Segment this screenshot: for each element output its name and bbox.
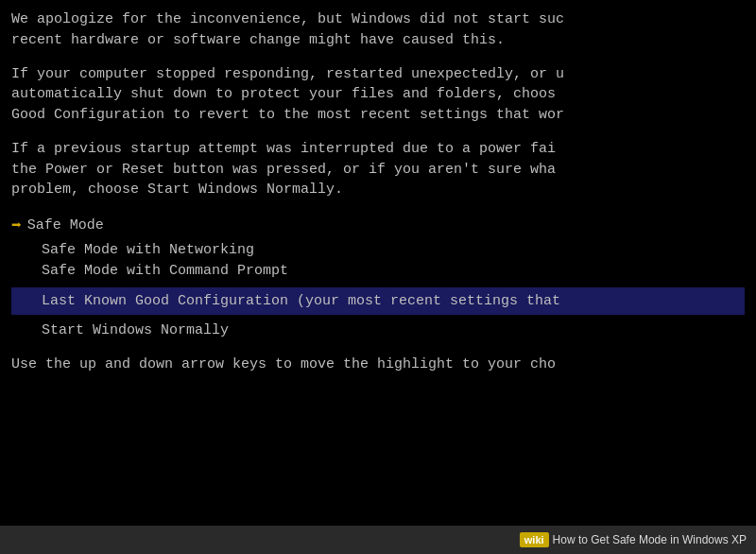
para1-line2: recent hardware or software change might… — [11, 30, 745, 51]
hint-text: Use the up and down arrow keys to move t… — [11, 356, 556, 372]
navigation-hint: Use the up and down arrow keys to move t… — [11, 355, 745, 375]
safe-mode-command-label: Safe Mode with Command Prompt — [42, 263, 288, 279]
para2-line2: automatically shut down to protect your … — [11, 84, 745, 105]
para2-line3: Good Configuration to revert to the most… — [11, 105, 745, 126]
para3-line1: If a previous startup attempt was interr… — [11, 139, 745, 160]
start-normally-option[interactable]: Start Windows Normally — [11, 320, 745, 341]
footer-bar: wiki How to Get Safe Mode in Windows XP — [0, 526, 756, 554]
para2-line1: If your computer stopped responding, res… — [11, 64, 745, 85]
bsod-screen: We apologize for the inconvenience, but … — [0, 0, 756, 526]
boot-menu[interactable]: ➡ Safe Mode Safe Mode with Networking Sa… — [11, 214, 745, 341]
safe-mode-networking-option[interactable]: Safe Mode with Networking — [11, 240, 745, 261]
power-paragraph: If a previous startup attempt was interr… — [11, 139, 745, 200]
instructions-paragraph: If your computer stopped responding, res… — [11, 64, 745, 126]
start-normally-label: Start Windows Normally — [42, 322, 229, 338]
last-known-good-label: Last Known Good Configuration (your most… — [42, 293, 560, 309]
safe-mode-option[interactable]: ➡ Safe Mode — [11, 214, 745, 240]
para3-line3: problem, choose Start Windows Normally. — [11, 180, 745, 200]
safe-mode-command-option[interactable]: Safe Mode with Command Prompt — [11, 261, 745, 282]
wiki-attribution: wiki How to Get Safe Mode in Windows XP — [520, 532, 747, 547]
para3-line2: the Power or Reset button was pressed, o… — [11, 160, 745, 181]
apology-paragraph: We apologize for the inconvenience, but … — [11, 9, 745, 51]
wiki-badge: wiki — [520, 532, 549, 547]
last-known-good-option[interactable]: Last Known Good Configuration (your most… — [11, 287, 745, 316]
para1-line1: We apologize for the inconvenience, but … — [11, 9, 745, 30]
safe-mode-networking-label: Safe Mode with Networking — [42, 242, 254, 258]
wiki-article-title: How to Get Safe Mode in Windows XP — [553, 533, 747, 546]
selection-arrow-icon: ➡ — [11, 214, 22, 238]
safe-mode-label: Safe Mode — [27, 216, 104, 236]
